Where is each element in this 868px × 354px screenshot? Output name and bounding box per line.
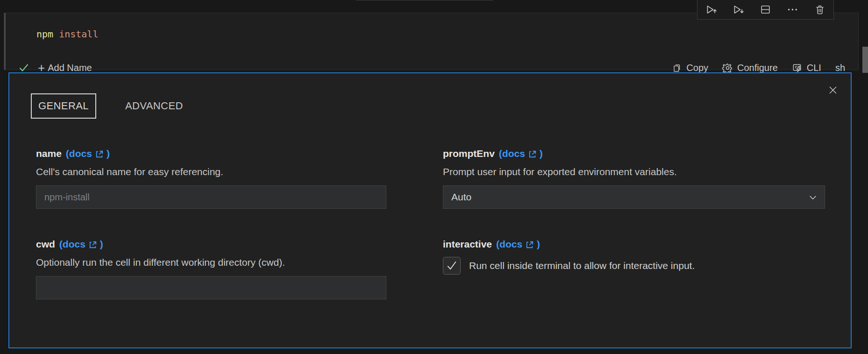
configure-label: Configure [737, 63, 778, 73]
code-token-command: npm [36, 28, 53, 40]
cwd-input[interactable] [36, 276, 386, 299]
external-link-icon [88, 240, 98, 249]
external-link-icon [525, 240, 534, 249]
split-cell-icon [760, 4, 771, 15]
cwd-field-label: cwd [36, 239, 55, 250]
close-button[interactable] [827, 85, 839, 96]
copy-icon [672, 63, 682, 73]
field-name: name (docs ) Cell's canonical name for e… [36, 148, 386, 209]
cell-status-actions: Copy Configure [672, 63, 845, 73]
run-below-icon [732, 4, 744, 16]
name-docs-link[interactable]: (docs ) [66, 148, 110, 159]
cell-code-line[interactable]: npm install [36, 28, 98, 40]
external-link-icon [528, 149, 537, 159]
cell-configure-panel: GENERAL ADVANCED name (docs ) Cell's can… [8, 72, 852, 348]
more-actions-button[interactable] [786, 3, 800, 17]
interactive-docs-link[interactable]: (docs ) [496, 239, 540, 250]
promptenv-select[interactable]: Auto [443, 185, 825, 209]
field-promptenv: promptEnv (docs ) Prompt user input for … [443, 148, 838, 209]
panel-tabs: GENERAL ADVANCED [31, 93, 190, 119]
execute-below-button[interactable] [731, 3, 745, 17]
external-link-icon [95, 149, 104, 159]
tab-advanced[interactable]: ADVANCED [119, 94, 190, 118]
ellipsis-icon [787, 4, 798, 15]
cli-label: CLI [807, 63, 821, 73]
cli-icon [792, 63, 803, 73]
interactive-field-label: interactive [443, 239, 492, 250]
split-cell-button[interactable] [759, 3, 773, 17]
cell-toolbar [697, 0, 834, 20]
field-cwd: cwd (docs ) Optionally run the cell in d… [36, 239, 386, 299]
chevron-down-icon [808, 192, 818, 203]
name-field-description: Cell's canonical name for easy referenci… [36, 166, 386, 177]
trash-icon [814, 4, 825, 15]
run-above-icon [705, 4, 717, 16]
notebook-cell: npm install + Add Name Copy [4, 13, 859, 70]
cli-button[interactable]: CLI [792, 63, 821, 73]
interactive-checkbox[interactable] [443, 257, 461, 275]
name-input[interactable] [36, 185, 386, 209]
copy-button[interactable]: Copy [672, 63, 708, 73]
tab-general[interactable]: GENERAL [31, 93, 96, 119]
code-token-argument: install [53, 28, 98, 40]
field-interactive: interactive (docs ) Run cell inside term… [443, 239, 838, 275]
delete-cell-button[interactable] [813, 3, 827, 17]
scrollbar-thumb[interactable] [862, 47, 868, 73]
promptenv-field-label: promptEnv [443, 148, 495, 159]
interactive-checkbox-label: Run cell inside terminal to allow for in… [469, 260, 695, 271]
clipped-top-element [356, 0, 398, 0]
checkbox-check-icon [445, 259, 458, 272]
clipped-top-element [397, 0, 493, 0]
cwd-field-description: Optionally run the cell in different wor… [36, 257, 386, 268]
gear-icon [722, 63, 733, 73]
copy-label: Copy [686, 63, 708, 73]
language-label: sh [835, 63, 845, 73]
promptenv-selected-value: Auto [451, 191, 471, 203]
add-name-label: Add Name [48, 63, 92, 73]
promptenv-field-description: Prompt user input for exported environme… [443, 166, 838, 177]
configure-button[interactable]: Configure [722, 63, 778, 73]
language-indicator[interactable]: sh [835, 63, 845, 73]
execute-above-button[interactable] [704, 3, 718, 17]
success-check-icon [18, 62, 29, 73]
close-icon [827, 85, 839, 96]
promptenv-docs-link[interactable]: (docs ) [499, 148, 543, 159]
cwd-docs-link[interactable]: (docs ) [59, 239, 103, 250]
name-field-label: name [36, 148, 62, 159]
